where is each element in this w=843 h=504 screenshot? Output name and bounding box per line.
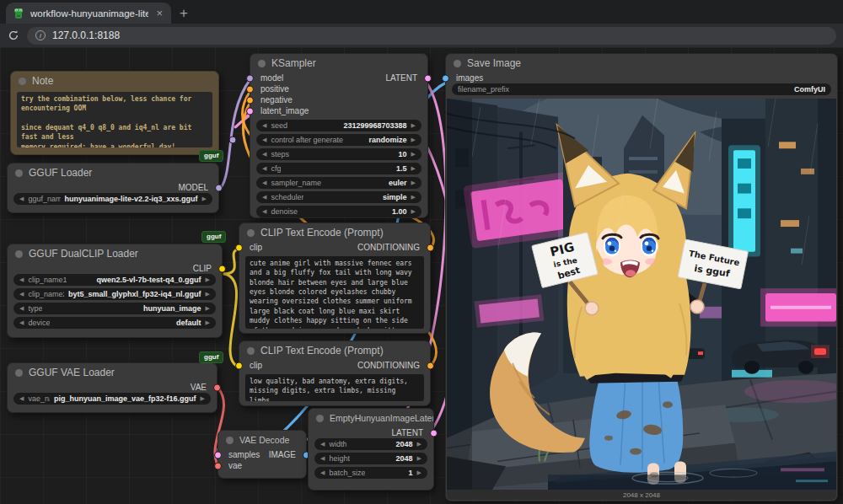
node-title-bar[interactable]: GGUF VAE Loader: [8, 363, 217, 382]
widget-scheduler[interactable]: ◀ scheduler simple ▶: [256, 191, 422, 203]
node-title-bar[interactable]: KSampler: [250, 54, 427, 72]
increment-arrow-icon[interactable]: ▶: [411, 208, 416, 215]
node-note[interactable]: Note try the combination below, less cha…: [10, 71, 219, 155]
decrement-arrow-icon[interactable]: ◀: [19, 395, 24, 402]
widget-batch-size[interactable]: ◀ batch_size 1 ▶: [314, 467, 427, 479]
increment-arrow-icon[interactable]: ▶: [206, 276, 210, 283]
widget-cfg[interactable]: ◀ cfg 1.5 ▶: [256, 163, 422, 174]
reload-icon[interactable]: [7, 29, 20, 42]
latent-output-port[interactable]: [430, 429, 438, 437]
node-title-bar[interactable]: GGUF DualCLIP Loader: [8, 244, 222, 263]
node-dualclip-loader[interactable]: GGUF DualCLIP Loader CLIP ◀ clip_name1 q…: [7, 244, 223, 338]
model-input-port[interactable]: [246, 74, 254, 82]
widget-vae-name[interactable]: ◀ vae_name pig_hunyuan_image_vae_fp32-f1…: [13, 393, 211, 405]
decrement-arrow-icon[interactable]: ◀: [262, 151, 266, 158]
decrement-arrow-icon[interactable]: ◀: [19, 276, 24, 283]
collapse-dot-icon[interactable]: [258, 60, 266, 67]
latent-output-port[interactable]: [424, 74, 432, 82]
decrement-arrow-icon[interactable]: ◀: [320, 469, 325, 476]
tab-close-icon[interactable]: ×: [154, 7, 164, 19]
decrement-arrow-icon[interactable]: ◀: [262, 208, 266, 215]
reroute-dot[interactable]: [229, 137, 236, 143]
increment-arrow-icon[interactable]: ▶: [206, 291, 210, 298]
node-title-bar[interactable]: EmptyHunyuanImageLatent: [309, 409, 433, 427]
node-title-bar[interactable]: CLIP Text Encode (Prompt): [239, 341, 430, 360]
decrement-arrow-icon[interactable]: ◀: [262, 122, 266, 129]
increment-arrow-icon[interactable]: ▶: [417, 469, 422, 476]
collapse-dot-icon[interactable]: [15, 169, 23, 177]
images-input-port[interactable]: [442, 74, 449, 82]
node-gguf-loader[interactable]: GGUF Loader MODEL ◀ gguf_name hunyuanima…: [7, 163, 219, 213]
node-empty-hunyuan-image-latent[interactable]: EmptyHunyuanImageLatent LATENT ◀ width 2…: [308, 408, 434, 491]
clip-output-port[interactable]: [218, 265, 226, 272]
widget-width[interactable]: ◀ width 2048 ▶: [314, 438, 427, 450]
decrement-arrow-icon[interactable]: ◀: [320, 455, 325, 462]
increment-arrow-icon[interactable]: ▶: [417, 441, 422, 448]
latent-image-input-port[interactable]: [246, 107, 254, 115]
decrement-arrow-icon[interactable]: ◀: [262, 137, 266, 143]
widget-device[interactable]: ◀ device default ▶: [13, 317, 216, 329]
node-clip-text-encode-positive[interactable]: CLIP Text Encode (Prompt) clip CONDITION…: [239, 223, 431, 334]
decrement-arrow-icon[interactable]: ◀: [262, 194, 266, 201]
decrement-arrow-icon[interactable]: ◀: [19, 291, 24, 298]
url-field[interactable]: i 127.0.0.1:8188: [27, 27, 836, 45]
node-ksampler[interactable]: KSampler model LATENT positive negative …: [250, 53, 428, 218]
positive-input-port[interactable]: [246, 85, 254, 93]
node-clip-text-encode-negative[interactable]: CLIP Text Encode (Prompt) clip CONDITION…: [239, 340, 431, 406]
increment-arrow-icon[interactable]: ▶: [411, 151, 416, 158]
vae-output-port[interactable]: [213, 383, 221, 391]
widget-sampler-name[interactable]: ◀ sampler_name euler ▶: [256, 177, 422, 189]
prompt-textarea[interactable]: cute anime girl with massive fennec ears…: [245, 256, 424, 329]
widget-height[interactable]: ◀ height 2048 ▶: [314, 453, 427, 464]
node-title-bar[interactable]: Save Image: [446, 54, 837, 72]
increment-arrow-icon[interactable]: ▶: [411, 194, 416, 201]
widget-clip-name1[interactable]: ◀ clip_name1 qwen2.5-vl-7b-test-q4_0.ggu…: [13, 274, 216, 286]
collapse-dot-icon[interactable]: [247, 347, 255, 355]
widget-seed[interactable]: ◀ seed 231299968703388 ▶: [256, 120, 422, 131]
increment-arrow-icon[interactable]: ▶: [206, 305, 210, 312]
info-icon[interactable]: i: [35, 30, 46, 40]
node-title-bar[interactable]: VAE Decode: [218, 431, 306, 449]
increment-arrow-icon[interactable]: ▶: [201, 395, 205, 402]
collapse-dot-icon[interactable]: [15, 369, 23, 377]
widget-control-after-generate[interactable]: ◀ control after generate randomize ▶: [256, 134, 422, 146]
clip-input-port[interactable]: [235, 362, 243, 369]
widget-type[interactable]: ◀ type hunyuan_image ▶: [13, 303, 216, 314]
increment-arrow-icon[interactable]: ▶: [411, 137, 416, 143]
collapse-dot-icon[interactable]: [15, 250, 23, 258]
node-vae-decode[interactable]: VAE Decode samples IMAGE vae: [217, 430, 307, 479]
widget-clip-name2[interactable]: ◀ clip_name2 byt5_small_glyphxl_fp32-iq4…: [13, 288, 216, 300]
increment-arrow-icon[interactable]: ▶: [411, 165, 416, 172]
widget-filename-prefix[interactable]: filename_prefix ComfyUI: [452, 83, 831, 95]
samples-input-port[interactable]: [214, 451, 222, 458]
vae-input-port[interactable]: [214, 462, 222, 469]
decrement-arrow-icon[interactable]: ◀: [320, 441, 325, 448]
negative-input-port[interactable]: [246, 96, 254, 104]
model-output-port[interactable]: [215, 184, 223, 191]
conditioning-output-port[interactable]: [427, 362, 434, 369]
decrement-arrow-icon[interactable]: ◀: [262, 165, 266, 172]
decrement-arrow-icon[interactable]: ◀: [19, 319, 24, 326]
increment-arrow-icon[interactable]: ▶: [202, 196, 207, 202]
increment-arrow-icon[interactable]: ▶: [411, 180, 416, 186]
decrement-arrow-icon[interactable]: ◀: [19, 305, 24, 312]
node-title-bar[interactable]: Note: [11, 72, 218, 90]
prompt-textarea[interactable]: low quality, bad anatomy, extra digits, …: [245, 374, 424, 401]
node-title-bar[interactable]: CLIP Text Encode (Prompt): [239, 223, 430, 242]
clip-input-port[interactable]: [235, 244, 243, 251]
decrement-arrow-icon[interactable]: ◀: [19, 196, 24, 202]
node-title-bar[interactable]: GGUF Loader: [8, 164, 218, 182]
collapse-dot-icon[interactable]: [226, 437, 234, 444]
widget-denoise[interactable]: ◀ denoise 1.00 ▶: [256, 206, 422, 217]
decrement-arrow-icon[interactable]: ◀: [262, 180, 266, 186]
collapse-dot-icon[interactable]: [454, 60, 461, 67]
note-text[interactable]: try the combination below, less chance f…: [17, 92, 212, 147]
node-vae-loader[interactable]: GGUF VAE Loader VAE ◀ vae_name pig_hunyu…: [7, 362, 217, 413]
collapse-dot-icon[interactable]: [247, 229, 255, 237]
new-tab-button[interactable]: +: [180, 6, 188, 20]
increment-arrow-icon[interactable]: ▶: [206, 319, 210, 326]
widget-steps[interactable]: ◀ steps 10 ▶: [256, 148, 422, 160]
node-save-image[interactable]: Save Image images filename_prefix ComfyU…: [445, 53, 838, 501]
browser-tab[interactable]: workflow-hunyuanimage-lite2 ×: [6, 3, 171, 24]
collapse-dot-icon[interactable]: [19, 78, 26, 85]
